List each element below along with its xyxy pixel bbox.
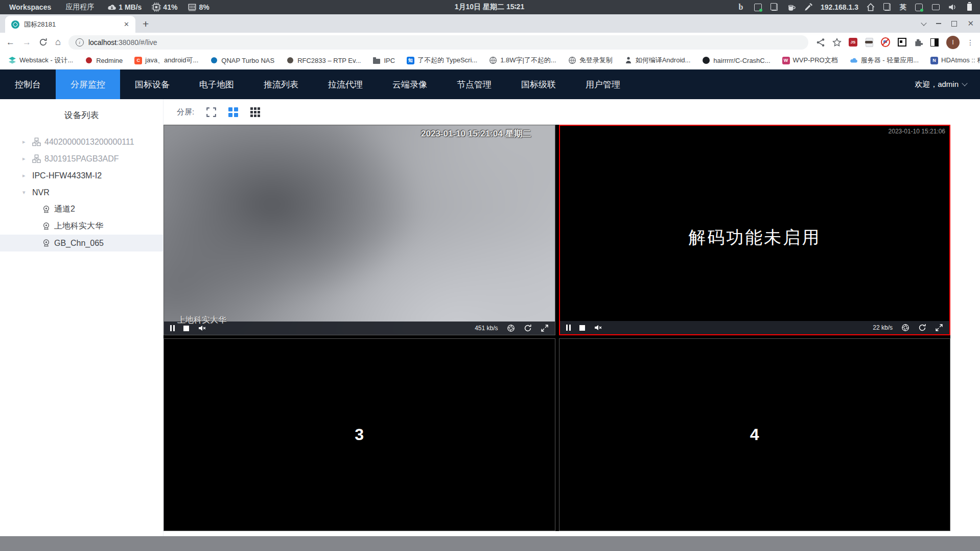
adblock-extension-icon[interactable] — [881, 38, 890, 47]
home-icon[interactable] — [866, 3, 875, 12]
channel-label: 通道2 — [54, 204, 75, 215]
bookmark-star-icon[interactable] — [832, 38, 842, 47]
browser-tab[interactable]: 国标28181 ✕ — [5, 16, 135, 33]
tree-node-nvr[interactable]: ▾ NVR — [0, 184, 163, 201]
input-method-indicator[interactable]: 英 — [900, 3, 906, 12]
share-icon[interactable] — [816, 38, 825, 47]
nav-tab-node-manage[interactable]: 节点管理 — [442, 70, 506, 99]
battery-icon[interactable] — [965, 3, 974, 12]
tree-node-gb-device-1[interactable]: ▸ 44020000013200000111 — [0, 133, 163, 150]
workspaces-button[interactable]: Workspaces — [5, 3, 55, 11]
bookmark-qnap[interactable]: QNAP Turbo NAS — [210, 56, 274, 64]
grid-3x3-icon[interactable] — [250, 107, 260, 117]
coffee-cup-icon[interactable] — [787, 3, 796, 12]
github-icon — [702, 56, 710, 64]
bookmark-zhihu[interactable]: 知了不起的 TypeScri... — [407, 56, 477, 65]
chevron-down-icon[interactable]: ▾ — [22, 189, 29, 196]
extensions-puzzle-icon[interactable] — [914, 38, 923, 47]
bookmark-cloud-server[interactable]: 服务器 - 轻量应用... — [850, 56, 919, 65]
browser-home-icon[interactable]: ⌂ — [55, 37, 61, 48]
tree-node-gb-chn-065[interactable]: GB_Chn_065 — [0, 235, 163, 251]
stream-settings-icon[interactable] — [507, 324, 515, 332]
bookmark-android[interactable]: 如何编译Android... — [624, 56, 691, 65]
browser-menu-icon[interactable]: ⋮ — [967, 38, 974, 47]
tree-node-channel2[interactable]: 通道2 — [0, 201, 163, 218]
user-menu[interactable]: 欢迎，admin — [915, 70, 967, 99]
nav-tab-user-manage[interactable]: 用户管理 — [571, 70, 635, 99]
video-cell-3[interactable]: 3 — [164, 338, 555, 531]
bookmark-webstack[interactable]: Webstack - 设计... — [8, 56, 73, 65]
mute-icon[interactable] — [594, 324, 602, 332]
nav-tab-console[interactable]: 控制台 — [0, 70, 56, 99]
tree-node-shangdi[interactable]: 上地科实大华 — [0, 218, 163, 235]
close-window-icon[interactable]: ✕ — [967, 19, 974, 28]
ip-address[interactable]: 192.168.1.3 — [821, 3, 858, 11]
applications-menu[interactable]: 应用程序 — [59, 3, 100, 12]
profile-avatar[interactable]: I — [946, 36, 960, 49]
bookmark-folder-ipc[interactable]: IPC — [372, 56, 395, 64]
contrast-extension-icon[interactable] — [930, 38, 939, 47]
display-icon[interactable] — [931, 3, 940, 12]
globe-icon — [568, 56, 576, 64]
cell-number: 4 — [559, 339, 950, 531]
bookmark-copy-tool[interactable]: 免登录复制 — [568, 56, 613, 65]
js-extension-icon[interactable]: JS — [849, 38, 857, 47]
mask-extension-icon[interactable] — [865, 38, 874, 47]
nav-tab-cloud-record[interactable]: 云端录像 — [378, 70, 442, 99]
windows-stack-icon[interactable] — [883, 3, 892, 12]
bookmark-wvp-docs[interactable]: WWVP-PRO文档 — [782, 56, 838, 65]
pause-button[interactable] — [566, 325, 571, 331]
net-speed-value: 1 MB/s — [119, 3, 142, 11]
video-cell-2[interactable]: 2023-01-10 15:21:06 解码功能未启用 22 kb/s — [559, 125, 951, 335]
nav-tab-push-list[interactable]: 推流列表 — [249, 70, 313, 99]
app-status-icon[interactable] — [753, 3, 762, 12]
forward-icon[interactable]: → — [22, 37, 31, 48]
clock[interactable]: 1月10日 星期二 15∶21 — [455, 3, 524, 12]
square-extension-icon[interactable] — [897, 38, 906, 47]
chevron-right-icon[interactable]: ▸ — [22, 139, 29, 145]
refresh-icon[interactable] — [524, 324, 532, 332]
bookmark-csdn[interactable]: Cjava、android可... — [134, 56, 198, 65]
site-info-icon[interactable]: i — [76, 38, 84, 47]
new-tab-button[interactable]: + — [143, 17, 149, 31]
tree-node-ipc[interactable]: ▸ IPC-HFW4433M-I2 — [0, 167, 163, 184]
nav-tab-map[interactable]: 电子地图 — [184, 70, 249, 99]
refresh-icon[interactable] — [918, 324, 926, 332]
fullscreen-icon[interactable] — [206, 107, 216, 117]
nav-tab-gb-devices[interactable]: 国标设备 — [120, 70, 184, 99]
bookmark-github[interactable]: hairrrrr/C-CrashC... — [702, 56, 770, 64]
tree-node-gb-device-2[interactable]: ▸ 8J01915PAGB3ADF — [0, 150, 163, 167]
clipboard-icon[interactable] — [770, 3, 779, 12]
tab-search-icon[interactable] — [921, 20, 927, 26]
chevron-right-icon[interactable]: ▸ — [22, 155, 29, 162]
browser-tab-strip: 国标28181 ✕ + ✕ — [0, 14, 980, 33]
volume-icon[interactable] — [948, 3, 957, 12]
bookmark-rfc2833[interactable]: RFC2833 – RTP Ev... — [286, 56, 361, 64]
reload-icon[interactable] — [39, 38, 48, 47]
chevron-right-icon[interactable]: ▸ — [22, 172, 29, 179]
stream-settings-icon[interactable] — [901, 324, 909, 332]
expand-icon[interactable] — [935, 324, 943, 332]
address-bar[interactable]: i localhost:38080/#/live — [68, 35, 808, 50]
expand-icon[interactable] — [541, 324, 549, 332]
tab-close-icon[interactable]: ✕ — [122, 20, 131, 28]
back-icon[interactable]: ← — [6, 37, 15, 48]
bookmark-article[interactable]: 1.8W字|了不起的... — [489, 56, 556, 65]
bookmark-redmine[interactable]: Redmine — [85, 56, 123, 64]
stop-button[interactable] — [579, 325, 585, 331]
nav-tab-gb-cascade[interactable]: 国标级联 — [506, 70, 571, 99]
nav-tab-pull-proxy[interactable]: 拉流代理 — [313, 70, 378, 99]
pause-button[interactable] — [170, 325, 175, 331]
bookmark-hdatmos[interactable]: NHDAtmos :: 种子 *... — [930, 56, 980, 65]
stop-button[interactable] — [183, 326, 189, 331]
grid-2x2-icon[interactable] — [228, 107, 238, 117]
video-cell-1[interactable]: 2023-01-10 15:21:04 星期二 上地科实大华 451 kb/s — [164, 125, 555, 335]
phone-link-icon[interactable] — [914, 3, 923, 12]
maximize-icon[interactable] — [951, 21, 957, 27]
bing-tray-icon[interactable]: b — [736, 3, 745, 12]
split-screen-toolbar: 分屏: — [164, 99, 980, 125]
nav-tab-split-monitor[interactable]: 分屏监控 — [56, 70, 120, 99]
minimize-icon[interactable] — [936, 23, 941, 24]
video-cell-4[interactable]: 4 — [559, 338, 951, 531]
color-picker-icon[interactable] — [804, 3, 813, 12]
